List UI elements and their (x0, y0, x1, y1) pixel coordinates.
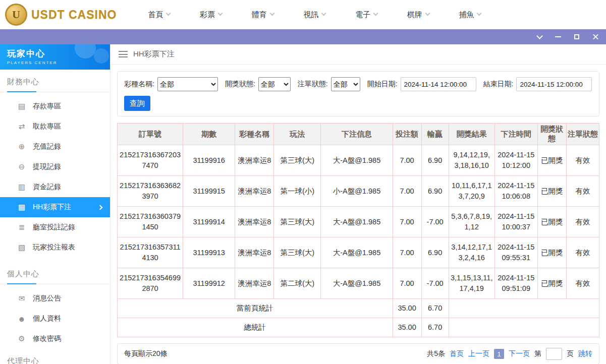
jump-suffix-text: 页 (567, 349, 574, 358)
end-date-input[interactable] (516, 77, 592, 91)
start-date-input[interactable] (401, 77, 476, 91)
nav-item-live[interactable]: 視訊 (303, 10, 325, 20)
section-personal-center: 個人中心 (0, 262, 110, 284)
nav-label: 體育 (252, 10, 267, 20)
sidebar-item-funds-record[interactable]: ▥資金記錄 (0, 177, 110, 197)
sidebar-item-change-password[interactable]: ⚙修改密碼 (0, 329, 110, 349)
table-cell: 澳洲幸运8 (235, 176, 274, 207)
sidebar-item-recharge-record[interactable]: ⊕充值記錄 (0, 137, 110, 157)
table-cell: 7.00 (393, 207, 421, 237)
end-date-label: 結束日期: (483, 80, 514, 89)
top-header: U USDT CASINO 首頁 彩票 體育 視訊 電子 棋牌 捕魚 (0, 0, 606, 29)
nav-item-egames[interactable]: 電子 (355, 10, 377, 20)
col-draw-result: 開獎結果 (449, 124, 494, 145)
close-button[interactable] (592, 34, 599, 40)
total-count-text: 共5条 (427, 349, 445, 358)
summary-total-winloss: 6.70 (421, 318, 449, 337)
chevron-down-icon (218, 11, 223, 16)
table-cell: 9,14,12,19,3,18,16,10 (449, 145, 494, 176)
table-cell: 7.00 (393, 145, 421, 176)
current-page-indicator[interactable]: 1 (494, 349, 504, 359)
hall-bet-record-icon: ≣ (17, 223, 26, 232)
col-bet-time: 下注時間 (494, 124, 537, 145)
sidebar-item-label: 玩家投注報表 (33, 243, 75, 252)
sidebar-item-hall-bet-record[interactable]: ≣廳室投註記錄 (0, 217, 110, 237)
table-cell: 已開獎 (537, 176, 566, 207)
nav-item-cards[interactable]: 棋牌 (407, 10, 429, 20)
table-cell: 2152173163603791450 (118, 207, 183, 237)
col-bet-amount: 投注額 (393, 124, 421, 145)
sidebar-item-withdraw[interactable]: ⇄取款專區 (0, 116, 110, 137)
summary-row-total: 總統計 35.00 6.70 (118, 318, 599, 337)
first-page-link[interactable]: 首页 (450, 349, 464, 358)
table-cell: 2024-11-15 10:00:37 (494, 207, 537, 237)
table-cell: 7.00 (393, 268, 421, 299)
menu-toggle-icon[interactable] (119, 51, 128, 57)
sidebar-item-deposit[interactable]: ▤存款專區 (0, 96, 110, 116)
table-cell: 大-A盤@1.985 (321, 145, 393, 176)
next-page-link[interactable]: 下一页 (509, 349, 530, 358)
nav-item-lottery[interactable]: 彩票 (200, 10, 222, 20)
table-cell: 2152173163636823970 (118, 176, 183, 207)
col-order-no: 訂單號 (118, 124, 183, 145)
order-status-select[interactable]: 全部 (331, 77, 360, 91)
jump-prefix-text: 第 (534, 349, 541, 358)
minimize-button[interactable] (555, 36, 561, 37)
bet-report-icon: ▧ (17, 243, 26, 252)
jump-button[interactable]: 跳转 (578, 349, 592, 358)
table-cell: 有效 (566, 145, 599, 176)
page-jump-input[interactable] (546, 348, 562, 360)
filter-panel: 彩種名稱: 全部 開獎狀態: 全部 注單狀態: 全部 開始日期: 結束日期: (117, 71, 599, 116)
summary-current-empty (449, 299, 599, 318)
players-center-subtitle: PLAYERS CENTER (7, 60, 110, 65)
brand-coin-icon: U (5, 4, 27, 26)
personal-menu: ✉消息公告 ☻個人資料 ⚙修改密碼 (0, 284, 110, 349)
table-cell: 澳洲幸运8 (235, 268, 274, 299)
table-cell: 3,14,12,17,13,2,4,16 (449, 237, 494, 268)
nav-item-fishing[interactable]: 捕魚 (459, 10, 481, 20)
table-cell: 小-A盤@1.985 (321, 176, 393, 207)
table-cell: 5,3,6,7,8,19,1,12 (449, 207, 494, 237)
draw-status-label: 開獎狀態: (225, 80, 255, 89)
nav-label: 視訊 (303, 10, 318, 20)
table-cell: 澳洲幸运8 (235, 207, 274, 237)
lottery-name-select[interactable]: 全部 (157, 77, 218, 91)
sidebar-item-announcements[interactable]: ✉消息公告 (0, 288, 110, 309)
sidebar-item-hh-lottery-bet[interactable]: ▦HH彩票下注 (0, 197, 110, 217)
sidebar-item-bet-report[interactable]: ▧玩家投注報表 (0, 237, 110, 258)
summary-row-current: 當前頁統計 35.00 6.70 (118, 299, 599, 318)
table-cell: 2024-11-15 09:51:09 (494, 268, 537, 299)
sidebar-item-label: 提現記錄 (33, 162, 61, 171)
start-date-label: 開始日期: (367, 80, 398, 89)
table-cell: 10,11,6,17,13,7,20,9 (449, 176, 494, 207)
nav-item-home[interactable]: 首頁 (148, 10, 170, 20)
maximize-button[interactable] (574, 34, 579, 39)
table-cell: 第二球(大) (274, 268, 321, 299)
chevron-right-icon (98, 205, 103, 210)
sidebar-item-cashout-record[interactable]: ⊖提現記錄 (0, 157, 110, 177)
window-titlebar (0, 29, 606, 44)
table-cell: 7.00 (393, 237, 421, 268)
table-cell: 澳洲幸运8 (235, 145, 274, 176)
announcement-icon: ✉ (17, 294, 26, 303)
nav-item-sports[interactable]: 體育 (252, 10, 274, 20)
col-win-loss: 輸贏 (421, 124, 449, 145)
table-cell: 已開獎 (537, 237, 566, 268)
table-cell: 6.90 (421, 176, 449, 207)
table-cell: 2152173163546992870 (118, 268, 183, 299)
col-lottery-name: 彩種名稱 (235, 124, 274, 145)
table-cell: 已開獎 (537, 207, 566, 237)
sidebar-item-label: 廳室投註記錄 (33, 223, 75, 232)
prev-page-link[interactable]: 上一页 (468, 349, 489, 358)
table-cell: 2152173163573114130 (118, 237, 183, 268)
col-play-type: 玩法 (274, 124, 321, 145)
collapse-chevron-icon[interactable] (536, 33, 543, 39)
draw-status-select[interactable]: 全部 (258, 77, 291, 91)
nav-label: 棋牌 (407, 10, 422, 20)
sidebar-item-label: 取款專區 (33, 122, 61, 131)
sidebar-item-profile[interactable]: ☻個人資料 (0, 309, 110, 329)
brand-logo[interactable]: U USDT CASINO (5, 4, 117, 26)
summary-current-winloss: 6.70 (421, 299, 449, 318)
funds-record-icon: ▥ (17, 183, 26, 192)
query-button[interactable]: 查詢 (124, 96, 150, 111)
